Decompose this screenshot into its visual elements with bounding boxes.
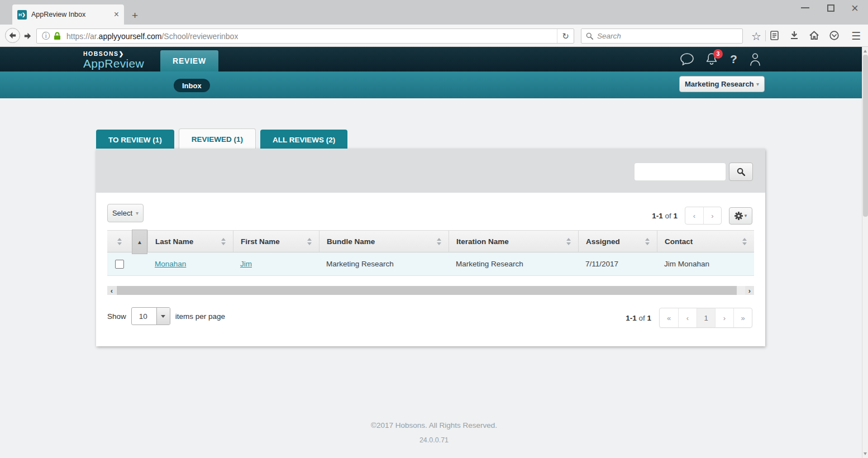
reload-icon[interactable]: ↻	[557, 29, 574, 43]
row-last-name-cell: Monahan	[147, 252, 233, 275]
messages-icon[interactable]	[680, 53, 694, 65]
chevron-down-icon: ▾	[756, 81, 759, 87]
url-path: /School/reviewerinbox	[161, 32, 238, 41]
account-person-icon[interactable]	[749, 52, 761, 66]
column-header-sorted[interactable]: ▲	[132, 230, 147, 254]
page-number-button[interactable]: 1	[697, 308, 715, 327]
column-header-first-name[interactable]: First Name	[233, 231, 319, 252]
show-label: Show	[107, 312, 126, 321]
sort-icon[interactable]	[645, 238, 650, 245]
sort-icon[interactable]	[307, 238, 312, 245]
column-label: Iteration Name	[456, 237, 509, 246]
scrollbar-thumb[interactable]	[863, 55, 868, 217]
scrollbar-thumb[interactable]	[117, 286, 737, 295]
forward-button[interactable]	[24, 32, 31, 42]
column-header-last-name[interactable]: Last Name	[147, 231, 233, 252]
select-dropdown-button[interactable]: Select ▾	[107, 204, 144, 222]
column-header-assigned[interactable]: Assigned	[578, 231, 657, 252]
page-size-controls: Show 10 items per page	[107, 307, 225, 325]
row-contact-cell: Jim Monahan	[657, 252, 754, 275]
first-page-button[interactable]: «	[660, 308, 678, 327]
scroll-left-icon[interactable]: ‹	[107, 286, 116, 295]
scroll-down-icon[interactable]	[864, 452, 867, 455]
column-header-iteration-name[interactable]: Iteration Name	[449, 231, 578, 252]
bundle-selector-value: Marketing Research	[685, 80, 754, 88]
notifications-bell-icon[interactable]: 3	[705, 53, 718, 66]
next-page-button[interactable]: ›	[715, 308, 733, 327]
browser-search-bar[interactable]	[581, 28, 743, 44]
footer-copyright: ©2017 Hobsons. All Rights Reserved.	[0, 421, 868, 430]
bundle-selector-dropdown[interactable]: Marketing Research ▾	[679, 76, 765, 92]
browser-tab[interactable]: H❯ AppReview Inbox ×	[12, 4, 124, 25]
downloads-icon[interactable]	[790, 31, 799, 42]
grid-search-input[interactable]	[635, 163, 726, 180]
row-assigned-cell: 7/11/2017	[578, 252, 657, 275]
page-vertical-scrollbar[interactable]	[862, 47, 868, 458]
nav-tab-review[interactable]: REVIEW	[160, 50, 218, 71]
page-info-icon[interactable]: ⓘ	[42, 31, 50, 41]
grid-horizontal-scrollbar[interactable]: ‹ ›	[107, 286, 754, 295]
window-close-button[interactable]: ×	[851, 1, 859, 16]
scroll-right-icon[interactable]: ›	[745, 286, 754, 295]
home-icon[interactable]	[809, 31, 819, 42]
grid-search-button[interactable]	[729, 163, 753, 181]
pocket-icon[interactable]	[829, 31, 839, 42]
help-icon[interactable]: ?	[730, 53, 737, 66]
column-header-select[interactable]	[107, 231, 132, 252]
prev-page-button[interactable]: ‹	[678, 308, 697, 327]
tab-to-review[interactable]: TO REVIEW (1)	[96, 130, 174, 150]
browser-titlebar: H❯ AppReview Inbox × + ×	[0, 0, 868, 25]
last-name-link[interactable]: Monahan	[155, 260, 186, 268]
url-bar[interactable]: ⓘ https://ar.applyyourself.com/School/re…	[36, 28, 574, 44]
https-lock-icon[interactable]	[54, 32, 61, 40]
content-card: Select ▾ 1-1 of 1 ‹ ›	[96, 149, 765, 346]
row-iteration-name-cell: Marketing Research	[449, 252, 578, 275]
sort-icon[interactable]	[221, 238, 226, 245]
nav-item-inbox[interactable]: Inbox	[174, 79, 210, 92]
new-tab-button[interactable]: +	[132, 10, 138, 21]
grid-toolbar	[96, 149, 765, 193]
sort-icon[interactable]	[566, 238, 571, 245]
appreview-logo-text: AppReview	[83, 57, 144, 70]
scroll-up-icon[interactable]	[864, 50, 867, 53]
table-row[interactable]: Monahan Jim Marketing Research Marketing…	[107, 252, 754, 276]
prev-page-button[interactable]: ‹	[685, 207, 703, 224]
items-per-page-select[interactable]: 10	[131, 307, 170, 325]
back-arrow-icon	[9, 32, 16, 39]
first-name-link[interactable]: Jim	[240, 260, 252, 268]
tab-all-reviews[interactable]: ALL REVIEWS (2)	[260, 130, 347, 150]
app-logo: HOBSONS❯ AppReview	[83, 50, 144, 70]
result-range-text: 1-1 of 1	[652, 212, 678, 220]
browser-tab-title: AppReview Inbox	[31, 11, 114, 18]
window-maximize-button[interactable]	[827, 4, 834, 12]
column-header-bundle-name[interactable]: Bundle Name	[319, 231, 449, 252]
bottom-pagination-controls: 1-1 of 1 « ‹ 1 › »	[626, 308, 752, 328]
column-header-contact[interactable]: Contact	[657, 231, 754, 252]
library-icon[interactable]	[770, 31, 779, 42]
grid-settings-button[interactable]: ▾	[729, 207, 752, 225]
sort-icon[interactable]	[742, 238, 747, 245]
site-favicon-icon: H❯	[17, 10, 27, 20]
tab-reviewed[interactable]: REVIEWED (1)	[179, 128, 256, 150]
notification-badge: 3	[713, 49, 723, 59]
row-checkbox[interactable]	[115, 260, 124, 269]
bottom-pager-group: « ‹ 1 › »	[659, 308, 752, 328]
hobsons-logo-text: HOBSONS❯	[83, 50, 144, 57]
sort-asc-icon: ▲	[137, 239, 142, 245]
sort-icon[interactable]	[437, 238, 441, 245]
bookmark-star-icon[interactable]: ☆	[751, 30, 761, 43]
menu-hamburger-icon[interactable]: ☰	[851, 30, 861, 42]
window-minimize-button[interactable]	[801, 7, 809, 8]
next-page-button[interactable]: ›	[703, 207, 721, 224]
result-range-text: 1-1 of 1	[626, 314, 651, 322]
sort-icon[interactable]	[117, 238, 122, 245]
browser-search-input[interactable]	[597, 32, 738, 40]
tab-close-icon[interactable]: ×	[114, 10, 119, 19]
search-icon	[586, 32, 593, 40]
toolbar-divider	[765, 30, 766, 41]
back-button[interactable]	[5, 28, 20, 43]
range-value: 1-1	[626, 314, 637, 322]
range-of: of	[638, 314, 645, 322]
last-page-button[interactable]: »	[733, 308, 752, 327]
review-tabs: TO REVIEW (1) REVIEWED (1) ALL REVIEWS (…	[96, 128, 347, 150]
